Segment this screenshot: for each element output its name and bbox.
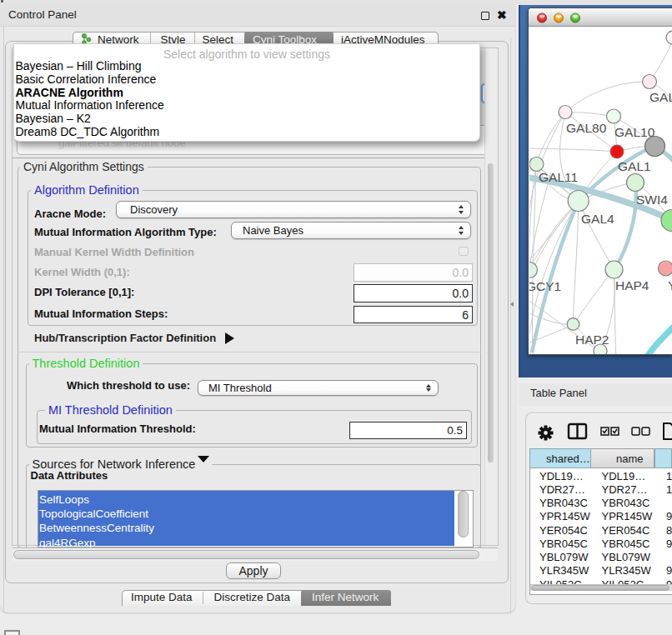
- svg-text:GAL7: GAL7: [649, 90, 672, 104]
- svg-text:YP: YP: [668, 278, 672, 292]
- svg-text:HAP2: HAP2: [575, 332, 609, 347]
- svg-text:GAL4: GAL4: [581, 212, 614, 226]
- svg-text:GCY1: GCY1: [529, 279, 561, 293]
- svg-text:HAP4: HAP4: [615, 278, 649, 292]
- svg-text:GAL1: GAL1: [618, 159, 651, 173]
- svg-text:SWI4: SWI4: [636, 192, 668, 207]
- svg-text:GAL10: GAL10: [614, 125, 655, 139]
- svg-text:GAL80: GAL80: [566, 121, 607, 135]
- svg-text:GAL11: GAL11: [539, 170, 578, 184]
